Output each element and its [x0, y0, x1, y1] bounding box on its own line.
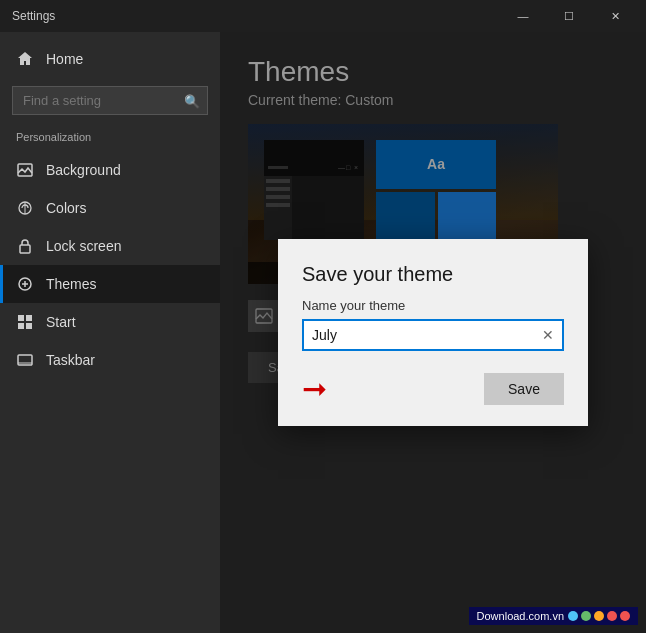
window-title: Settings: [12, 9, 55, 23]
close-button[interactable]: ✕: [592, 0, 638, 32]
sidebar-item-start[interactable]: Start: [0, 303, 220, 341]
sidebar-item-background[interactable]: Background: [0, 151, 220, 189]
dialog-actions: ➞ Save: [302, 371, 564, 406]
watermark-text: Download.com.vn: [477, 610, 564, 622]
title-bar: Settings — ☐ ✕: [0, 0, 646, 32]
arrow-icon: ➞: [302, 371, 327, 406]
theme-name-input[interactable]: [304, 321, 534, 349]
sidebar-item-lockscreen[interactable]: Lock screen: [0, 227, 220, 265]
dialog-save-button[interactable]: Save: [484, 373, 564, 405]
watermark: Download.com.vn: [469, 607, 638, 625]
search-icon: 🔍: [184, 93, 200, 108]
colors-icon: [16, 199, 34, 217]
sidebar-section-label: Personalization: [0, 131, 220, 151]
search-box[interactable]: 🔍: [12, 86, 208, 115]
svg-rect-3: [20, 245, 30, 253]
window-controls: — ☐ ✕: [500, 0, 638, 32]
dialog-title: Save your theme: [302, 263, 564, 286]
dialog-overlay: Save your theme Name your theme ✕ ➞ Save: [220, 32, 646, 633]
svg-rect-5: [18, 315, 24, 321]
themes-icon: [16, 275, 34, 293]
svg-rect-7: [18, 323, 24, 329]
watermark-dots: [568, 611, 630, 621]
dot-5: [620, 611, 630, 621]
home-icon: [16, 50, 34, 68]
svg-rect-6: [26, 315, 32, 321]
sidebar: Home 🔍 Personalization Background: [0, 32, 220, 633]
dialog-name-label: Name your theme: [302, 298, 564, 313]
app-layout: Home 🔍 Personalization Background: [0, 32, 646, 633]
search-input[interactable]: [12, 86, 208, 115]
minimize-button[interactable]: —: [500, 0, 546, 32]
save-theme-dialog: Save your theme Name your theme ✕ ➞ Save: [278, 239, 588, 426]
svg-rect-8: [26, 323, 32, 329]
start-icon: [16, 313, 34, 331]
main-content: Themes Current theme: Custom — □ ×: [220, 32, 646, 633]
dot-2: [581, 611, 591, 621]
dialog-input-row: ✕: [302, 319, 564, 351]
taskbar-icon: [16, 351, 34, 369]
background-icon: [16, 161, 34, 179]
dialog-clear-button[interactable]: ✕: [534, 323, 562, 347]
sidebar-item-home[interactable]: Home: [0, 40, 220, 78]
sidebar-item-taskbar[interactable]: Taskbar: [0, 341, 220, 379]
lock-icon: [16, 237, 34, 255]
maximize-button[interactable]: ☐: [546, 0, 592, 32]
dot-3: [594, 611, 604, 621]
dot-1: [568, 611, 578, 621]
sidebar-item-themes[interactable]: Themes: [0, 265, 220, 303]
sidebar-item-colors[interactable]: Colors: [0, 189, 220, 227]
dot-4: [607, 611, 617, 621]
